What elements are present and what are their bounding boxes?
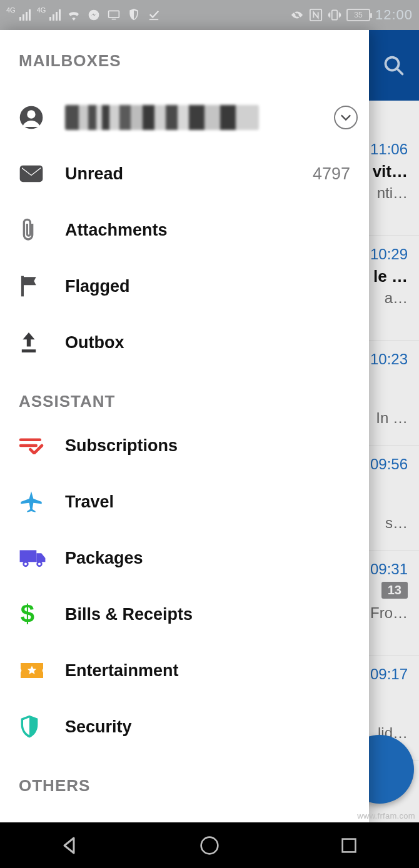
back-button[interactable] (58, 833, 83, 858)
account-row[interactable] (0, 89, 369, 146)
svg-rect-12 (21, 276, 24, 297)
messenger-icon (87, 8, 101, 22)
svg-rect-2 (112, 19, 116, 20)
nfc-icon (309, 8, 323, 22)
svg-point-20 (38, 562, 41, 565)
drawer-item-unread[interactable]: Unread 4797 (0, 146, 369, 202)
watermark: www.frfam.com (357, 811, 415, 821)
signal-icon (19, 9, 31, 21)
drawer-item-label: Outbox (65, 333, 355, 352)
shield-status-icon (127, 8, 141, 22)
drawer-item-subscriptions[interactable]: Subscriptions (0, 417, 369, 474)
chevron-down-icon[interactable] (334, 106, 358, 129)
airplane-icon (19, 489, 65, 514)
svg-text:$: $ (21, 602, 34, 627)
truck-icon (19, 548, 65, 568)
section-mailboxes: MAILBOXES (0, 30, 369, 77)
screen-icon (107, 8, 121, 22)
subscriptions-icon (19, 437, 65, 454)
upload-icon (19, 331, 65, 354)
svg-rect-6 (332, 10, 337, 19)
vibrate-icon (328, 8, 341, 22)
eye-off-icon (290, 8, 304, 22)
account-name-redacted (65, 105, 259, 130)
svg-rect-13 (22, 349, 36, 352)
unread-count: 4797 (313, 164, 355, 184)
drawer-item-entertainment[interactable]: Entertainment (0, 642, 369, 699)
status-right: 35 12:00 (290, 7, 413, 23)
svg-rect-1 (109, 11, 119, 17)
clock: 12:00 (375, 7, 413, 23)
paperclip-icon (19, 217, 65, 242)
svg-point-10 (27, 110, 35, 118)
svg-rect-23 (343, 839, 356, 852)
drawer-item-packages[interactable]: Packages (0, 530, 369, 586)
battery-icon: 35 (346, 9, 370, 21)
drawer-item-label: Flagged (65, 277, 355, 296)
drawer-item-label: Packages (65, 549, 355, 568)
drawer-item-travel[interactable]: Travel (0, 474, 369, 530)
ticket-icon (19, 661, 65, 680)
svg-rect-3 (149, 19, 158, 20)
android-nav-bar (0, 822, 419, 868)
check-underline-icon (147, 8, 161, 22)
drawer-item-outbox[interactable]: Outbox (0, 314, 369, 371)
battery-level: 35 (354, 11, 362, 19)
drawer-item-label: Bills & Receipts (65, 605, 355, 624)
svg-rect-11 (20, 166, 43, 182)
drawer-item-label: Security (65, 717, 355, 737)
drawer-item-label: Subscriptions (65, 436, 355, 456)
wifi-icon (67, 8, 81, 22)
recents-button[interactable] (336, 833, 361, 858)
section-assistant: ASSISTANT (0, 371, 369, 417)
shield-icon (19, 714, 65, 739)
status-bar: 4G 4G (0, 0, 419, 30)
network-label-2: 4G (37, 6, 46, 14)
signal-icon-2 (49, 9, 61, 21)
drawer-item-label: Unread (65, 164, 313, 184)
navigation-drawer: MAILBOXES Unread 4797 Attachments (0, 30, 369, 822)
status-left: 4G 4G (6, 8, 161, 22)
section-others: OTHERS (0, 755, 369, 802)
svg-point-22 (201, 837, 218, 854)
drawer-item-security[interactable]: Security (0, 699, 369, 755)
home-button[interactable] (197, 833, 222, 858)
dollar-icon: $ (19, 602, 65, 627)
drawer-item-label: Attachments (65, 221, 355, 240)
account-icon (19, 105, 65, 130)
drawer-item-label: Entertainment (65, 661, 355, 681)
svg-rect-16 (20, 550, 37, 562)
svg-point-18 (24, 562, 27, 565)
drawer-item-label: Travel (65, 492, 355, 512)
envelope-icon (19, 164, 65, 183)
drawer-item-attachments[interactable]: Attachments (0, 202, 369, 258)
flag-icon (19, 275, 65, 297)
screen: 4G 4G (0, 0, 419, 868)
network-label-1: 4G (6, 6, 16, 14)
drawer-item-bills[interactable]: $ Bills & Receipts (0, 586, 369, 642)
drawer-item-flagged[interactable]: Flagged (0, 258, 369, 314)
